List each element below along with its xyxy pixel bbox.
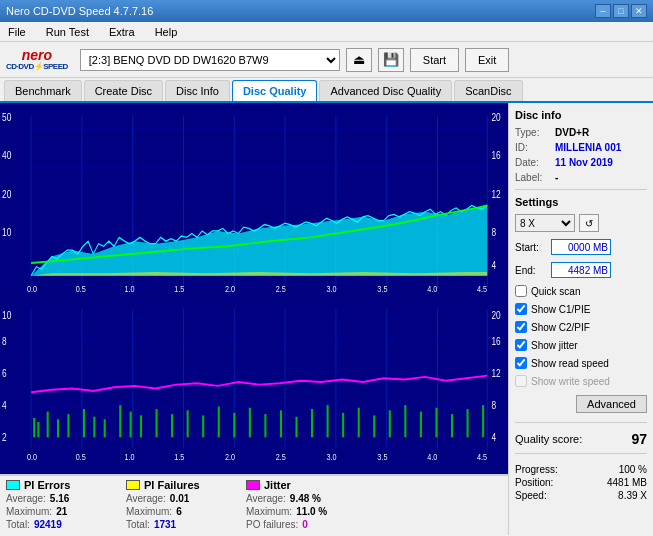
svg-text:1.5: 1.5 — [174, 285, 184, 295]
start-button[interactable]: Start — [410, 48, 459, 72]
bottom-chart-svg: 10 8 6 4 2 20 16 12 8 4 0.0 0.5 1.0 1.5 — [0, 296, 508, 463]
svg-text:10: 10 — [2, 310, 11, 321]
speed-row: 8 X ↺ — [515, 214, 647, 232]
pi-errors-color — [6, 480, 20, 490]
refresh-button[interactable]: ↺ — [579, 214, 599, 232]
show-c2pif-checkbox[interactable] — [515, 321, 527, 333]
pi-failures-total-val: 1731 — [154, 519, 176, 530]
quality-row: Quality score: 97 — [515, 431, 647, 447]
svg-rect-61 — [119, 405, 121, 437]
quality-score-val: 97 — [631, 431, 647, 447]
svg-rect-76 — [342, 413, 344, 437]
legend-section: PI Errors Average: 5.16 Maximum: 21 Tota… — [0, 474, 508, 535]
speed-select[interactable]: 8 X — [515, 214, 575, 232]
show-write-row: Show write speed — [515, 375, 647, 387]
speed-row-display: Speed: 8.39 X — [515, 490, 647, 501]
exit-button[interactable]: Exit — [465, 48, 509, 72]
svg-text:1.5: 1.5 — [174, 453, 184, 463]
disc-id-key: ID: — [515, 142, 551, 153]
show-jitter-checkbox[interactable] — [515, 339, 527, 351]
maximize-button[interactable]: □ — [613, 4, 629, 18]
show-c1pie-label: Show C1/PIE — [531, 304, 590, 315]
tab-create-disc[interactable]: Create Disc — [84, 80, 163, 101]
position-label: Position: — [515, 477, 553, 488]
position-row: Position: 4481 MB — [515, 477, 647, 488]
svg-text:8: 8 — [491, 227, 496, 238]
svg-text:4.5: 4.5 — [477, 285, 487, 295]
end-field-label: End: — [515, 265, 547, 276]
disc-label-key: Label: — [515, 172, 551, 183]
tab-advanced-disc-quality[interactable]: Advanced Disc Quality — [319, 80, 452, 101]
svg-rect-72 — [280, 410, 282, 437]
disc-label-val: - — [555, 172, 558, 183]
advanced-button[interactable]: Advanced — [576, 395, 647, 413]
show-read-label: Show read speed — [531, 358, 609, 369]
svg-text:20: 20 — [491, 112, 500, 123]
menu-help[interactable]: Help — [151, 24, 182, 40]
menu-run-test[interactable]: Run Test — [42, 24, 93, 40]
svg-text:0.0: 0.0 — [27, 453, 37, 463]
top-chart-svg: 50 40 20 10 20 16 12 8 4 0.0 0.5 1.0 1.5… — [0, 103, 508, 295]
pi-failures-total-row: Total: 1731 — [126, 519, 226, 530]
svg-text:2: 2 — [2, 432, 7, 443]
tab-bar: Benchmark Create Disc Disc Info Disc Qua… — [0, 80, 653, 103]
save-button[interactable]: 💾 — [378, 48, 404, 72]
jitter-max-val: 11.0 % — [296, 506, 327, 517]
show-write-label: Show write speed — [531, 376, 610, 387]
svg-rect-60 — [104, 419, 106, 437]
show-jitter-label: Show jitter — [531, 340, 578, 351]
progress-section: Progress: 100 % Position: 4481 MB Speed:… — [515, 464, 647, 501]
pi-failures-max-row: Maximum: 6 — [126, 506, 226, 517]
svg-rect-84 — [467, 409, 469, 437]
svg-text:20: 20 — [2, 189, 11, 200]
close-button[interactable]: ✕ — [631, 4, 647, 18]
start-field-input[interactable] — [551, 239, 611, 255]
show-c1pie-checkbox[interactable] — [515, 303, 527, 315]
menu-file[interactable]: File — [4, 24, 30, 40]
tab-benchmark[interactable]: Benchmark — [4, 80, 82, 101]
show-c2pif-row: Show C2/PIF — [515, 321, 647, 333]
svg-rect-69 — [233, 413, 235, 437]
svg-rect-64 — [156, 409, 158, 437]
svg-text:0.5: 0.5 — [76, 453, 86, 463]
minimize-button[interactable]: – — [595, 4, 611, 18]
pi-errors-max-key: Maximum: — [6, 506, 52, 517]
po-failures-row: PO failures: 0 — [246, 519, 346, 530]
disc-date-row: Date: 11 Nov 2019 — [515, 157, 647, 168]
svg-text:4.0: 4.0 — [427, 453, 437, 463]
quick-scan-checkbox[interactable] — [515, 285, 527, 297]
pi-errors-total-key: Total: — [6, 519, 30, 530]
jitter-color — [246, 480, 260, 490]
tab-disc-quality[interactable]: Disc Quality — [232, 80, 318, 101]
disc-info-label: Disc info — [515, 109, 647, 121]
menu-extra[interactable]: Extra — [105, 24, 139, 40]
progress-row: Progress: 100 % — [515, 464, 647, 475]
charts-wrapper: 50 40 20 10 20 16 12 8 4 0.0 0.5 1.0 1.5… — [0, 103, 508, 474]
nero-logo: nero CD·DVD⚡SPEED — [6, 48, 68, 71]
svg-rect-53 — [33, 418, 35, 437]
svg-text:16: 16 — [491, 151, 500, 162]
tab-scandisc[interactable]: ScanDisc — [454, 80, 522, 101]
jitter-avg-key: Average: — [246, 493, 286, 504]
tab-disc-info[interactable]: Disc Info — [165, 80, 230, 101]
quality-score-label: Quality score: — [515, 433, 582, 445]
jitter-title: Jitter — [246, 479, 346, 491]
pi-failures-avg-row: Average: 0.01 — [126, 493, 226, 504]
show-write-checkbox[interactable] — [515, 375, 527, 387]
right-panel: Disc info Type: DVD+R ID: MILLENIA 001 D… — [508, 103, 653, 535]
svg-text:2.5: 2.5 — [276, 453, 286, 463]
show-c1pie-row: Show C1/PIE — [515, 303, 647, 315]
eject-button[interactable]: ⏏ — [346, 48, 372, 72]
pi-errors-max-val: 21 — [56, 506, 67, 517]
pi-failures-label: PI Failures — [144, 479, 200, 491]
svg-rect-57 — [67, 414, 69, 437]
end-field-input[interactable] — [551, 262, 611, 278]
nero-brand-text: nero — [22, 48, 52, 62]
disc-type-val: DVD+R — [555, 127, 589, 138]
jitter-legend: Jitter Average: 9.48 % Maximum: 11.0 % P… — [246, 479, 346, 530]
drive-select[interactable]: [2:3] BENQ DVD DD DW1620 B7W9 — [80, 49, 340, 71]
end-field-row: End: — [515, 262, 647, 278]
disc-id-val: MILLENIA 001 — [555, 142, 621, 153]
svg-text:4.5: 4.5 — [477, 453, 487, 463]
show-read-checkbox[interactable] — [515, 357, 527, 369]
